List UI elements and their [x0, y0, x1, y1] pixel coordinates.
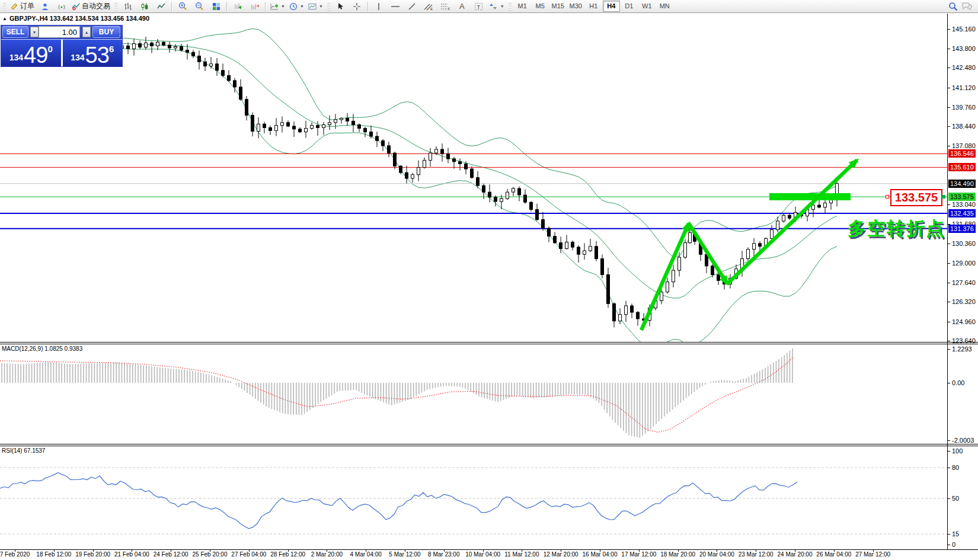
timeframe-D1[interactable]: D1 [621, 1, 638, 12]
time-label: 7 Feb 2020 [0, 551, 30, 558]
pane-separator[interactable] [0, 446, 978, 446]
macd-histogram [2, 348, 792, 438]
price-tick-label: 139.760 [952, 104, 976, 111]
periods-button[interactable]: ▼ [287, 0, 306, 12]
toolbar-grip[interactable] [3, 2, 6, 11]
sell-button[interactable]: SELL [2, 26, 28, 38]
trendline-icon [408, 2, 416, 11]
svg-text:F: F [448, 7, 450, 11]
sell-price-box[interactable]: 134 49 0 [1, 40, 61, 66]
rsi-grid-lines [0, 468, 947, 534]
trend-arrows[interactable] [641, 160, 857, 330]
tile-windows-button[interactable] [208, 0, 224, 12]
hline-tool-button[interactable] [388, 0, 404, 12]
fibonacci-tool-button[interactable]: F [437, 0, 453, 12]
arrows-tool-button[interactable]: ▼ [487, 0, 506, 12]
tile-windows-icon [212, 2, 220, 11]
zoom-in-icon [178, 2, 187, 11]
volume-input[interactable] [39, 26, 80, 38]
price-level-label[interactable]: 133.575 [890, 189, 942, 206]
buy-price-box[interactable]: 134 53 6 [63, 40, 123, 66]
line-chart-button[interactable] [153, 0, 169, 12]
macd-tick-label: 0.00 [952, 379, 964, 386]
cursor-tool-button[interactable] [333, 0, 349, 12]
time-label: 23 Mar 12:00 [739, 551, 774, 558]
macd-tick-mark [947, 383, 950, 383]
chat-icon[interactable] [961, 2, 972, 11]
pane-separator[interactable] [0, 444, 978, 444]
chart-shift-button[interactable] [247, 0, 263, 12]
candle-chart-button[interactable] [136, 0, 152, 12]
price-tick-label: 123.640 [952, 337, 976, 344]
templates-button[interactable]: ▼ [306, 0, 325, 12]
time-label: 27 Feb 04:00 [231, 551, 266, 558]
autoscroll-button[interactable] [230, 0, 246, 12]
pane-separator[interactable] [0, 342, 978, 343]
autotrading-label: 自动交易 [82, 1, 110, 11]
volume-decrease-button[interactable]: ▼ [30, 27, 39, 37]
buy-button[interactable]: BUY [92, 26, 120, 38]
chart-shift-icon [251, 2, 259, 11]
timeframe-M15[interactable]: M15 [549, 1, 567, 12]
line-handle-icon[interactable] [942, 195, 945, 199]
macd-pane-canvas[interactable] [0, 344, 947, 444]
trendline-tool-button[interactable] [404, 0, 420, 12]
price-tick-mark [947, 88, 950, 88]
toolbar-separator [265, 2, 266, 11]
time-label: 20 Mar 04:00 [699, 551, 734, 558]
text-label-tool-button[interactable]: T [471, 0, 487, 12]
clock-icon [289, 2, 298, 11]
chart-title-text: GBPJPY-,H4 133.642 134.534 133.456 134.4… [9, 15, 149, 22]
toolbar-grip[interactable] [509, 2, 512, 11]
timeframe-W1[interactable]: W1 [638, 1, 656, 12]
time-label: 16 Mar 04:00 [583, 551, 618, 558]
macd-tick-label: 1.2293 [952, 345, 972, 353]
time-label: 24 Mar 20:00 [778, 551, 813, 558]
channel-tool-button[interactable]: E [421, 0, 437, 12]
rsi-tick-label: 0 [952, 541, 955, 548]
toolbar-grip[interactable] [114, 2, 117, 11]
text-tool-button[interactable]: A [454, 0, 470, 12]
bar-chart-button[interactable] [120, 0, 136, 12]
zoom-in-button[interactable] [175, 0, 191, 12]
time-label: 2 Mar 20:00 [311, 551, 343, 558]
buy-price-prefix: 134 [71, 53, 84, 62]
dropdown-caret-icon: ▼ [319, 4, 323, 8]
timeframe-M5[interactable]: M5 [532, 1, 549, 12]
time-label: 19 Feb 20:00 [75, 551, 110, 558]
crosshair-tool-button[interactable] [349, 0, 365, 12]
trade-prices: 134 49 0 134 53 6 [1, 39, 122, 66]
profile-button[interactable] [37, 0, 53, 12]
indicators-button[interactable]: ▼ [269, 0, 287, 12]
line-handle-icon[interactable] [886, 195, 889, 199]
autotrading-button[interactable]: 自动交易 [70, 0, 112, 12]
pane-separator[interactable] [0, 344, 978, 344]
cursor-icon [337, 2, 344, 10]
vline-tool-button[interactable] [371, 0, 387, 12]
price-tick-mark [947, 49, 950, 49]
annotation-text-cn[interactable]: 多空转折点 [848, 216, 945, 241]
signal-button[interactable] [53, 0, 69, 12]
time-label: 8 Mar 23:00 [428, 551, 459, 558]
timeframe-H1[interactable]: H1 [585, 1, 602, 12]
new-order-button[interactable]: 订单 [8, 0, 36, 12]
profile-icon [41, 2, 49, 11]
line-chart-icon [157, 2, 165, 11]
toolbar-grip[interactable] [327, 2, 330, 11]
search-icon[interactable] [948, 2, 958, 11]
rsi-pane-canvas[interactable] [0, 446, 947, 549]
price-badge: 134.490 [948, 180, 976, 188]
price-tick-label: 137.080 [952, 142, 976, 149]
timeframe-M30[interactable]: M30 [567, 1, 584, 12]
zoom-out-button[interactable] [191, 0, 207, 12]
macd-tick-mark [947, 349, 950, 350]
timeframe-M1[interactable]: M1 [514, 1, 531, 12]
price-chart-canvas[interactable] [0, 14, 947, 342]
rsi-tick-mark [947, 545, 950, 545]
horizontal-line-icon [391, 2, 400, 11]
timeframe-H4[interactable]: H4 [603, 1, 620, 12]
support-zone-bar[interactable] [769, 193, 851, 200]
timeframe-MN[interactable]: MN [656, 1, 673, 12]
volume-increase-button[interactable]: ▲ [82, 27, 91, 37]
price-badge: 135.610 [948, 163, 976, 171]
